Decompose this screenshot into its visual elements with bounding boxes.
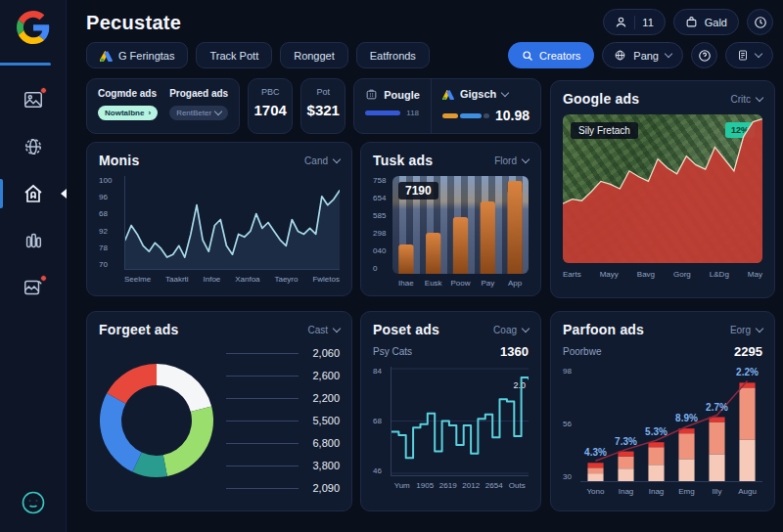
sub-value: 2295 — [734, 344, 762, 359]
chevron-down-icon — [214, 108, 222, 115]
smiley-circle-icon — [20, 489, 47, 516]
tick-label: 92 — [99, 228, 124, 236]
tab-track-pott[interactable]: Track Pott — [196, 42, 272, 68]
tick-label: 96 — [99, 194, 124, 201]
building-icon — [365, 88, 378, 101]
sidebar-item-gallery[interactable] — [0, 82, 67, 117]
tick-label: 758 — [373, 177, 392, 185]
segment-gray — [484, 113, 489, 118]
leader-value: 2,090 — [306, 482, 340, 494]
parfoon-dropdown[interactable]: Eorg — [730, 325, 762, 335]
sidebar-help-button[interactable] — [20, 489, 47, 516]
plan-pill[interactable]: Gald — [673, 9, 739, 35]
user-count-pill[interactable]: 11 — [603, 9, 665, 35]
tick-label: Outs — [506, 481, 530, 490]
chevron-down-icon — [755, 50, 762, 58]
tick-label: 98 — [563, 368, 580, 376]
leader-row: 3,800 — [226, 460, 340, 471]
tusk-x-axis: IhaeEuskPoowPayApp — [392, 279, 529, 288]
tick-label: Yum — [391, 481, 414, 490]
tick-label: 46 — [373, 467, 391, 475]
tick-label: Yono — [580, 487, 611, 496]
tab-feringtas[interactable]: G Feringtas — [86, 42, 188, 68]
svg-text:8.9%: 8.9% — [675, 413, 698, 423]
tick-label: 654 — [373, 195, 392, 202]
plan-label: Gald — [705, 17, 727, 28]
forgeet-ads-card: Forgeet ads Cast 2,0602,6002,2005,5006,8… — [86, 311, 352, 511]
creators-label: Creators — [539, 50, 580, 62]
leader-line — [226, 376, 299, 377]
campaign-pill-active[interactable]: Nowtalbne › — [98, 106, 158, 120]
google-logo-icon[interactable] — [17, 11, 50, 44]
language-label: Pang — [633, 50, 659, 62]
sidebar-item-media[interactable] — [0, 270, 67, 305]
tick-label: Inag — [611, 487, 641, 496]
tab-label: G Feringtas — [118, 50, 174, 62]
notification-dot — [40, 275, 47, 282]
tick-label: Pay — [474, 279, 501, 288]
leader-row: 2,200 — [226, 392, 340, 404]
parfoon-bar-chart: 4.3%7.3%5.3%8.9%2.7%2.2% — [580, 367, 762, 482]
tick-label: Eusk — [420, 279, 447, 288]
google-ads-card: Google ads Critc Sily Fretach 12% EartsM… — [550, 80, 775, 298]
leader-row: 6,800 — [226, 437, 340, 449]
tick-label: 68 — [373, 418, 391, 425]
docs-selector[interactable] — [725, 42, 773, 68]
help-icon — [698, 49, 712, 63]
stats-row: Cogmde ads Nowtalbne › Progaed ads RentB… — [86, 78, 541, 134]
dropdown-label: Flord — [494, 155, 517, 166]
tab-eatfronds[interactable]: Eatfronds — [356, 42, 430, 68]
tick-label: Mayy — [600, 270, 619, 279]
dropdown-label: Cast — [307, 325, 328, 335]
card-title: Poset ads — [373, 322, 439, 337]
forgeet-donut-chart — [99, 363, 214, 478]
google-area-chart: Sily Fretach 12% — [563, 114, 762, 263]
forgeet-dropdown[interactable]: Cast — [307, 325, 340, 335]
tusk-dropdown[interactable]: Flord — [494, 155, 529, 166]
tusk-bar-chart: 7190 91 — [392, 176, 529, 274]
pill-divider — [634, 16, 635, 29]
leader-line — [226, 421, 299, 421]
campaign-col-2: Progaed ads RentBeter — [169, 88, 228, 124]
sidebar-item-globe[interactable] — [0, 129, 67, 164]
page-title: Pecustate — [86, 12, 181, 34]
poset-y-axis: 846846 — [373, 367, 391, 476]
tick-label: Augu — [732, 487, 762, 496]
google-dropdown[interactable]: Critc — [730, 94, 762, 105]
parfoon-y-axis: 985630 — [563, 367, 580, 482]
tick-label: 70 — [99, 261, 124, 269]
leader-line — [226, 488, 299, 489]
card-title: Parfoon ads — [563, 322, 644, 337]
stat-label: Cogmde ads — [98, 88, 158, 99]
parfoon-x-axis: YonoInagInagEmgIllyAugu — [580, 487, 762, 496]
svg-text:4.3%: 4.3% — [584, 447, 607, 458]
leader-line — [226, 443, 299, 444]
tab-rongget[interactable]: Rongget — [280, 42, 348, 68]
tusk-y-axis: 7586545852980400 — [373, 176, 392, 274]
stat-label: Pot — [301, 87, 345, 97]
sidebar-item-home[interactable] — [0, 176, 67, 211]
user-count: 11 — [642, 17, 653, 28]
chevron-down-icon — [333, 155, 341, 162]
tick-label: 78 — [99, 244, 124, 252]
help-button[interactable] — [691, 42, 717, 68]
monis-dropdown[interactable]: Cand — [304, 155, 340, 166]
pbc-stat-card: PBC 1704 — [248, 78, 293, 134]
campaign-pill-secondary[interactable]: RentBeter — [169, 106, 228, 120]
sub-label: Poorbwe — [563, 346, 601, 357]
leader-value: 2,060 — [306, 347, 340, 359]
globe-icon — [614, 49, 626, 62]
tusk-ads-card: Tusk ads Flord 7586545852980400 7190 91 … — [360, 142, 541, 296]
poset-dropdown[interactable]: Coag — [493, 325, 529, 335]
search-icon — [522, 50, 533, 62]
tick-label: Inag — [641, 487, 671, 496]
svg-text:2.7%: 2.7% — [706, 402, 728, 413]
language-selector[interactable]: Pang — [602, 42, 683, 68]
pougle-left: Pougle 118 — [354, 79, 431, 133]
segment-orange — [442, 113, 458, 118]
sub-value: 1360 — [500, 344, 529, 359]
history-button[interactable] — [747, 9, 773, 35]
sidebar-item-reports[interactable] — [0, 223, 67, 258]
creators-search-button[interactable]: Creators — [508, 42, 594, 68]
tick-label: 585 — [373, 212, 392, 220]
